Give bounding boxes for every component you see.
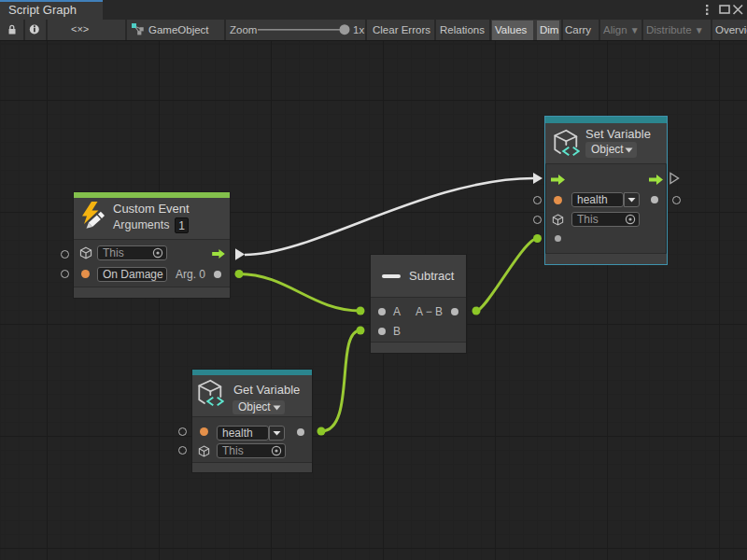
- svg-text:<×>: <×>: [71, 23, 89, 35]
